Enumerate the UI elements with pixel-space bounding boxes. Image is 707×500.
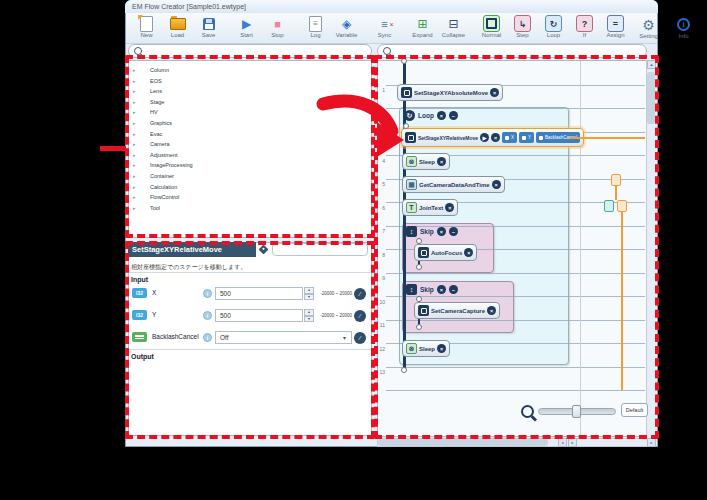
sync-button[interactable]: ≡× Sync — [369, 15, 400, 39]
connector-marker[interactable] — [611, 174, 621, 186]
flow-node-setstagexyabsolutemove[interactable]: SetStageXYAbsoluteMove × — [397, 84, 503, 101]
expander-icon[interactable]: ▸ — [131, 88, 150, 94]
palette-item-column[interactable]: ▸Column — [131, 65, 369, 75]
palette-item-flowcontrol[interactable]: ▸FlowControl — [131, 192, 369, 202]
connector-port[interactable] — [416, 296, 422, 302]
backlashcancel-dropdown[interactable]: Off ▾ — [215, 331, 352, 344]
collapse-button[interactable]: ⊟ Collapse — [438, 15, 469, 39]
flow-node-autofocus[interactable]: AutoFocus × — [414, 244, 477, 261]
scroll-right-button[interactable]: ▸ — [647, 438, 656, 447]
close-icon[interactable]: × — [491, 133, 500, 142]
expander-icon[interactable]: ▸ — [131, 184, 150, 190]
expander-icon[interactable]: ▸ — [131, 131, 150, 137]
palette-item-graphics[interactable]: ▸Graphics — [131, 118, 369, 128]
close-icon[interactable]: × — [437, 285, 446, 294]
step-mode-button[interactable]: ↳ Step — [507, 15, 538, 39]
palette-item-lens[interactable]: ▸Lens — [131, 86, 369, 96]
connector-port[interactable] — [416, 324, 422, 330]
zoom-slider-thumb[interactable] — [572, 405, 581, 418]
palette-item-tool[interactable]: ▸Tool — [131, 203, 369, 213]
expander-icon[interactable]: ▸ — [131, 78, 150, 84]
flow-search[interactable] — [377, 44, 647, 58]
y-bind-variable-button[interactable]: ∕ — [354, 310, 366, 322]
flow-node-getcameradataandtime[interactable]: ▦ GetCameraDataAndTime × — [402, 176, 505, 193]
info-button[interactable]: i Info — [668, 16, 699, 40]
scroll-up-button[interactable]: ▲ — [647, 60, 656, 69]
expander-icon[interactable]: ▸ — [131, 152, 150, 158]
close-icon[interactable]: × — [437, 111, 446, 120]
zoom-default-button[interactable]: Default — [621, 403, 648, 417]
log-button[interactable]: ≡ Log — [300, 15, 331, 39]
close-icon[interactable]: × — [445, 203, 454, 212]
palette-search[interactable] — [128, 44, 372, 58]
connector-port[interactable] — [403, 123, 409, 129]
horizontal-scrollbar-thumb[interactable] — [378, 439, 548, 446]
palette-search-input[interactable] — [145, 47, 339, 55]
param-badge-x[interactable]: X — [502, 132, 517, 143]
x-value-input[interactable] — [215, 287, 303, 300]
flow-node-jointext[interactable]: T JoinText × — [402, 199, 458, 216]
scroll-right-button[interactable]: ▸ — [568, 438, 577, 447]
loop-mode-button[interactable]: ↻ Loop — [538, 15, 569, 39]
palette-item-eos[interactable]: ▸EOS — [131, 76, 369, 86]
palette-item-container[interactable]: ▸Container — [131, 171, 369, 181]
expander-icon[interactable]: ▸ — [131, 205, 150, 211]
expander-icon[interactable]: ▸ — [131, 173, 150, 179]
expander-icon[interactable]: ▸ — [131, 141, 150, 147]
load-button[interactable]: Load — [162, 15, 193, 39]
palette-item-stage[interactable]: ▸Stage — [131, 97, 369, 107]
backlashcancel-bind-variable-button[interactable]: ∕ — [354, 332, 366, 344]
flow-search-input[interactable] — [394, 47, 608, 55]
expander-icon[interactable]: ▸ — [131, 99, 150, 105]
flow-node-setstagexyrelativemove-selected[interactable]: SetStageXYRelativeMove ▶ × X Y BacklashC… — [401, 128, 584, 147]
skip-header[interactable]: ↕ Skip × − — [406, 284, 458, 295]
palette-item-hv[interactable]: ▸HV — [131, 107, 369, 117]
close-icon[interactable]: × — [437, 227, 446, 236]
x-spinner[interactable]: ▲ ▼ — [304, 287, 314, 300]
palette-item-evac[interactable]: ▸Evac — [131, 129, 369, 139]
expander-icon[interactable]: ▸ — [131, 109, 150, 115]
scroll-left-button[interactable]: ◂ — [558, 438, 567, 447]
palette-item-imageprocessing[interactable]: ▸ImageProcessing — [131, 160, 369, 170]
start-button[interactable]: ▶ Start — [231, 15, 262, 39]
expander-icon[interactable]: ▸ — [131, 194, 150, 200]
palette-item-calculation[interactable]: ▸Calculation — [131, 182, 369, 192]
close-icon[interactable]: × — [492, 180, 501, 189]
close-icon[interactable]: × — [487, 306, 496, 315]
spin-down-icon[interactable]: ▼ — [304, 316, 314, 323]
connector-marker[interactable] — [617, 200, 627, 212]
param-badge-y[interactable]: Y — [519, 132, 534, 143]
close-icon[interactable]: × — [437, 157, 446, 166]
info-icon[interactable]: i — [203, 333, 212, 342]
info-icon[interactable]: i — [203, 289, 212, 298]
expand-button[interactable]: ⊞ Expand — [407, 15, 438, 39]
new-button[interactable]: New — [131, 15, 162, 39]
save-button[interactable]: Save — [193, 15, 224, 39]
assign-mode-button[interactable]: = Assign — [600, 15, 631, 39]
stop-button[interactable]: ■ Stop — [262, 15, 293, 39]
palette-item-adjustment[interactable]: ▸Adjustment — [131, 150, 369, 160]
setting-button[interactable]: ⚙ Setting — [633, 16, 664, 40]
expander-icon[interactable]: ▸ — [131, 162, 150, 168]
connector-port[interactable] — [401, 367, 407, 373]
flow-node-sleep[interactable]: ⊗ Sleep × — [402, 340, 450, 357]
connector-marker[interactable] — [604, 200, 614, 212]
play-icon[interactable]: ▶ — [480, 133, 489, 142]
normal-mode-button[interactable]: Normal — [476, 15, 507, 39]
expander-icon[interactable]: ▸ — [131, 120, 150, 126]
flow-node-setcameracapture[interactable]: SetCameraCapture × — [414, 302, 500, 319]
collapse-icon[interactable]: − — [449, 285, 458, 294]
node-name-input[interactable] — [272, 243, 368, 256]
connector-port[interactable] — [416, 238, 422, 244]
if-mode-button[interactable]: ? If — [569, 15, 600, 39]
expander-icon[interactable]: ▸ — [131, 67, 150, 73]
connector-port[interactable] — [416, 264, 422, 270]
close-icon[interactable]: × — [464, 248, 473, 257]
x-bind-variable-button[interactable]: ∕ — [354, 288, 366, 300]
close-icon[interactable]: × — [490, 88, 499, 97]
vertical-scrollbar-thumb[interactable] — [647, 72, 655, 124]
info-icon[interactable]: i — [203, 311, 212, 320]
palette-item-camera[interactable]: ▸Camera — [131, 139, 369, 149]
collapse-icon[interactable]: − — [449, 227, 458, 236]
collapse-icon[interactable]: − — [449, 111, 458, 120]
